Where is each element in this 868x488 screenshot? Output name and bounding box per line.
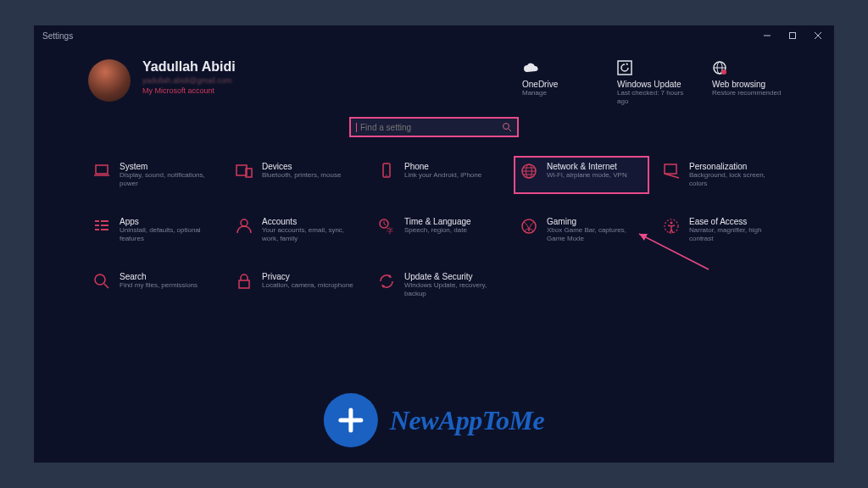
svg-rect-1 [790,33,796,39]
watermark: NewAppToMe [324,393,544,447]
tile-sub: Location, camera, microphone [262,281,353,290]
user-email-blurred: yadullah.abidi@gmail.com [142,76,236,85]
tile-gaming[interactable]: Gaming Xbox Game Bar, captures, Game Mod… [514,211,649,249]
tile-sub: Display, sound, notifications, power [120,171,213,188]
tile-phone[interactable]: Phone Link your Android, iPhone [371,156,507,194]
cloud-icon [522,59,539,76]
plus-circle-icon [324,393,378,447]
status-title: Windows Update [617,80,682,89]
tile-title: Phone [404,162,481,171]
tile-title: Accounts [262,217,355,226]
accessibility-icon [662,217,681,236]
tile-sub: Speech, region, date [404,226,471,235]
svg-point-36 [670,222,673,225]
tile-title: Time & Language [404,217,471,226]
tile-sub: Windows Update, recovery, backup [404,281,498,298]
tile-update-security[interactable]: Update & Security Windows Update, recove… [371,266,507,304]
search-input[interactable] [356,123,502,132]
user-block: Yadullah Abidi yadullah.abidi@gmail.com … [142,59,236,95]
update-icon [617,59,632,76]
lock-icon [235,272,253,291]
svg-point-8 [721,69,726,75]
tile-sub: Background, lock screen, colors [689,171,782,188]
svg-rect-4 [618,61,632,75]
person-icon [235,217,253,236]
microsoft-account-link[interactable]: My Microsoft account [142,86,236,95]
search-icon [502,122,512,132]
svg-point-16 [386,175,387,176]
phone-icon [377,162,396,180]
tile-personalization[interactable]: Personalization Background, lock screen,… [656,156,792,194]
tile-devices[interactable]: Devices Bluetooth, printers, mouse [229,156,364,194]
watermark-text: NewAppToMe [390,405,544,436]
tile-sub: Find my files, permissions [120,281,198,290]
user-name: Yadullah Abidi [142,59,236,75]
svg-point-37 [95,274,105,285]
maximize-button[interactable] [780,25,805,46]
settings-window: Settings Yadullah Abidi yadullah.abidi@g… [34,25,834,463]
status-row: OneDrive Manage Windows Update Last chec… [522,59,800,105]
search-wrap [34,117,834,137]
tile-title: System [120,162,213,171]
tile-apps[interactable]: Apps Uninstall, defaults, optional featu… [86,211,222,249]
tile-title: Personalization [689,162,782,171]
status-title: Web browsing [712,80,765,89]
tile-sub: Bluetooth, printers, mouse [262,171,341,180]
apps-list-icon [92,217,111,236]
status-sub: Restore recommended [712,89,781,97]
tile-system[interactable]: System Display, sound, notifications, po… [86,156,222,194]
svg-rect-39 [239,280,249,288]
tile-title: Gaming [547,217,640,226]
window-controls [754,25,831,46]
tile-title: Apps [120,217,213,226]
xbox-icon [520,217,538,236]
status-sub: Last checked: 7 hours ago [617,89,688,105]
tile-network[interactable]: Network & Internet Wi-Fi, airplane mode,… [514,156,649,194]
tile-accounts[interactable]: Accounts Your accounts, email, sync, wor… [229,211,364,249]
header: Yadullah Abidi yadullah.abidi@gmail.com … [34,46,834,112]
titlebar: Settings [34,25,834,46]
svg-rect-11 [96,165,108,174]
globe-icon [712,59,727,76]
tile-title: Search [120,272,198,281]
minimize-button[interactable] [754,25,780,46]
laptop-icon [92,162,111,180]
tile-title: Update & Security [404,272,498,281]
tile-title: Network & Internet [547,162,627,171]
status-onedrive[interactable]: OneDrive Manage [522,59,593,105]
globe-icon [520,162,538,180]
svg-rect-22 [665,164,676,174]
tile-time-language[interactable]: 字 Time & Language Speech, region, date [371,211,507,249]
status-web-browsing[interactable]: Web browsing Restore recommended [712,59,783,105]
svg-line-38 [104,284,108,288]
tile-title: Devices [262,162,341,171]
tile-sub: Narrator, magnifier, high contrast [689,226,782,243]
svg-text:字: 字 [387,227,393,235]
tile-sub: Xbox Game Bar, captures, Game Mode [547,226,640,243]
paintbrush-icon [662,162,681,180]
svg-line-10 [509,129,511,131]
tile-search[interactable]: Search Find my files, permissions [86,266,222,304]
tile-sub: Your accounts, email, sync, work, family [262,226,355,243]
status-title: OneDrive [522,80,558,89]
devices-icon [235,162,253,180]
search-icon [92,272,111,291]
window-title: Settings [42,31,73,41]
settings-grid: System Display, sound, notifications, po… [34,151,834,304]
clock-language-icon: 字 [377,217,396,236]
status-sub: Manage [522,89,547,97]
svg-line-32 [384,224,386,225]
tile-privacy[interactable]: Privacy Location, camera, microphone [229,266,364,304]
svg-rect-13 [236,165,247,175]
tile-ease-of-access[interactable]: Ease of Access Narrator, magnifier, high… [656,211,792,249]
avatar[interactable] [88,59,131,102]
svg-point-29 [241,219,248,226]
svg-point-9 [504,124,509,130]
close-button[interactable] [805,25,831,46]
status-windows-update[interactable]: Windows Update Last checked: 7 hours ago [617,59,688,105]
search-box[interactable] [349,117,519,137]
tile-sub: Uninstall, defaults, optional features [120,226,213,243]
tile-sub: Link your Android, iPhone [404,171,481,180]
sync-icon [377,272,396,291]
tile-title: Privacy [262,272,353,281]
